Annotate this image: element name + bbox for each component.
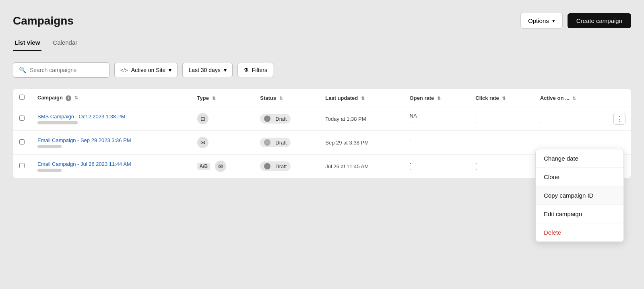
status-badge: Draft — [260, 114, 291, 124]
status-badge: ⏸ Draft — [260, 138, 291, 147]
row-checkbox[interactable] — [19, 163, 25, 168]
chevron-down-icon: ▾ — [552, 18, 555, 24]
type-cell: ✉ — [191, 131, 254, 155]
context-menu-item-edit-campaign[interactable]: Edit campaign — [536, 205, 623, 223]
tab-list-view[interactable]: List view — [13, 35, 41, 51]
row-checkbox[interactable] — [19, 116, 25, 121]
click-rate-cell: - - — [469, 155, 534, 178]
col-campaign: Campaign i ⇅ — [31, 89, 191, 107]
active-on-site-dropdown[interactable]: </> Active on Site ▾ — [114, 63, 178, 77]
last-updated-cell: Today at 1:38 PM — [319, 107, 403, 131]
open-rate-cell: NA - — [403, 107, 469, 131]
col-click-rate: Click rate ⇅ — [469, 89, 534, 107]
click-rate-cell: - - — [469, 107, 534, 131]
campaign-cell: Email Campaign - Jul 26 2023 11:44 AM — [31, 155, 191, 178]
row-checkbox[interactable] — [19, 139, 25, 144]
type-cell: ⊟ — [191, 107, 254, 131]
last-updated-cell: Jul 26 at 11:45 AM — [319, 155, 403, 178]
ab-badge: A/B — [197, 163, 211, 170]
active-on-site-label: Active on Site — [131, 67, 166, 73]
context-menu-item-copy-campaign-id[interactable]: Copy campaign ID — [536, 186, 623, 205]
date-range-dropdown[interactable]: Last 30 days ▾ — [182, 63, 232, 77]
click-rate-cell: - - — [469, 131, 534, 155]
campaign-cell: SMS Campaign - Oct 2 2023 1:38 PM — [31, 107, 191, 131]
col-open-rate: Open rate ⇅ — [403, 89, 469, 107]
open-rate-sort-icon[interactable]: ⇅ — [437, 96, 441, 101]
search-input[interactable] — [30, 67, 94, 73]
create-campaign-button[interactable]: Create campaign — [568, 13, 631, 28]
options-label: Options — [528, 17, 549, 24]
last-updated-sort-icon[interactable]: ⇅ — [361, 96, 365, 101]
campaign-info-icon[interactable]: i — [66, 95, 71, 101]
open-rate-cell: - - — [403, 155, 469, 178]
status-badge: Draft — [260, 161, 291, 171]
col-type: Type ⇅ — [191, 89, 254, 107]
campaign-name-link[interactable]: Email Campaign - Jul 26 2023 11:44 AM — [37, 161, 184, 167]
sms-icon: ⊟ — [197, 113, 208, 124]
paused-icon: ⏸ — [264, 139, 270, 146]
click-rate-sort-icon[interactable]: ⇅ — [502, 96, 506, 101]
stopped-icon — [264, 163, 270, 169]
row-actions-button[interactable]: ⋮ — [613, 113, 625, 125]
col-last-updated: Last updated ⇅ — [319, 89, 403, 107]
type-cell: A/B ✉ — [191, 155, 254, 178]
email-icon: ✉ — [215, 161, 226, 172]
last-updated-cell: Sep 29 at 3:38 PM — [319, 131, 403, 155]
col-active-on: Active on ... ⇅ — [534, 89, 607, 107]
campaign-name-link[interactable]: Email Campaign - Sep 29 2023 3:36 PM — [37, 137, 184, 143]
campaign-sub-bar — [37, 145, 62, 148]
chevron-down-icon: ▾ — [169, 67, 171, 73]
col-status: Status ⇅ — [254, 89, 319, 107]
tab-calendar[interactable]: Calendar — [51, 35, 79, 51]
context-menu-item-delete[interactable]: Delete — [536, 223, 623, 242]
options-button[interactable]: Options ▾ — [520, 13, 563, 29]
campaign-sub-bar — [37, 169, 62, 172]
status-cell: Draft — [254, 107, 319, 131]
campaign-sort-icon[interactable]: ⇅ — [74, 95, 78, 101]
stopped-icon — [264, 116, 270, 122]
filters-button[interactable]: ⚗ Filters — [237, 63, 273, 77]
campaign-name-link[interactable]: SMS Campaign - Oct 2 2023 1:38 PM — [37, 114, 184, 120]
active-on-sort-icon[interactable]: ⇅ — [572, 96, 576, 101]
view-tabs: List view Calendar — [13, 35, 631, 51]
status-sort-icon[interactable]: ⇅ — [279, 96, 283, 101]
code-icon: </> — [120, 67, 128, 73]
campaign-sub-bar — [37, 121, 78, 124]
search-icon: 🔍 — [19, 66, 27, 74]
email-icon: ✉ — [197, 137, 208, 148]
status-cell: Draft — [254, 155, 319, 178]
search-box[interactable]: 🔍 — [13, 62, 109, 78]
page-title: Campaigns — [13, 14, 74, 27]
campaign-cell: Email Campaign - Sep 29 2023 3:36 PM — [31, 131, 191, 155]
table-row: SMS Campaign - Oct 2 2023 1:38 PM ⊟ Draf… — [13, 107, 631, 131]
open-rate-cell: - - — [403, 131, 469, 155]
row-actions-cell: ⋮ — [607, 107, 631, 131]
status-cell: ⏸ Draft — [254, 131, 319, 155]
select-all-checkbox[interactable] — [19, 95, 25, 100]
date-range-label: Last 30 days — [188, 67, 220, 73]
type-sort-icon[interactable]: ⇅ — [212, 96, 216, 101]
context-menu-item-clone[interactable]: Clone — [536, 168, 623, 186]
filters-label: Filters — [252, 67, 267, 73]
context-menu: Change dateCloneCopy campaign IDEdit cam… — [535, 149, 624, 242]
filter-icon: ⚗ — [244, 67, 249, 73]
chevron-down-icon: ▾ — [224, 67, 227, 73]
active-on-cell: - - — [534, 107, 607, 131]
context-menu-item-change-date[interactable]: Change date — [536, 149, 623, 168]
